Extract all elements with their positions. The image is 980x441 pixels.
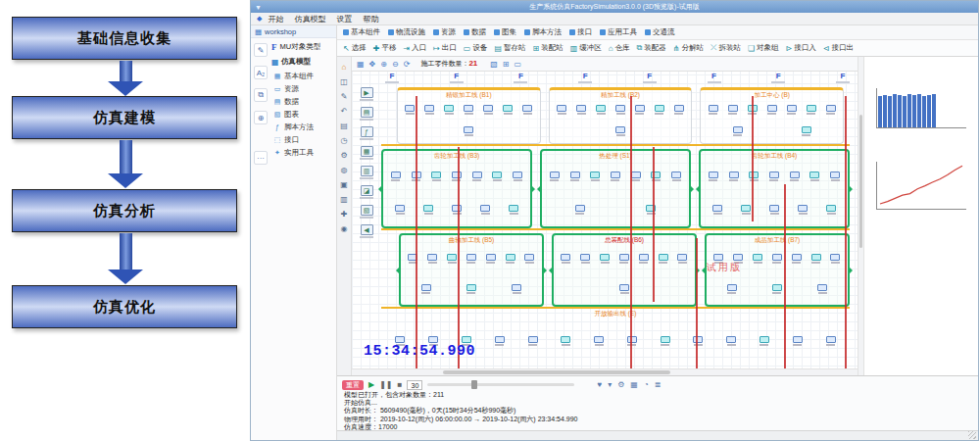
machine-icon[interactable] xyxy=(451,172,463,181)
machine-icon[interactable] xyxy=(728,172,740,181)
ruler-icon[interactable]: ▭ xyxy=(514,60,522,69)
flow-marker[interactable]: F xyxy=(578,73,592,85)
machine-icon[interactable] xyxy=(816,284,828,294)
machine-icon[interactable] xyxy=(708,172,719,181)
machine-icon[interactable] xyxy=(726,284,738,294)
ribbon-tab[interactable]: 图集 xyxy=(494,27,516,37)
reset-button[interactable]: 重置 xyxy=(342,380,364,390)
toolbar-tool[interactable]: ▤ 暂存站 xyxy=(494,43,525,53)
machine-icon[interactable] xyxy=(759,336,770,346)
model-section-b4[interactable]: 齿轮加工线 (B4) xyxy=(699,149,850,228)
toolbar-tool[interactable]: ⊳ 接口入 xyxy=(786,43,816,53)
ribbon-tab[interactable]: 脚本方法 xyxy=(524,27,562,37)
source-icon[interactable]: ▶ xyxy=(354,87,379,101)
machine-icon[interactable] xyxy=(446,254,458,264)
gear-icon[interactable]: ⚙ xyxy=(340,151,347,160)
scrollbar-thumb[interactable] xyxy=(443,370,670,374)
home-icon[interactable]: ⌂ xyxy=(342,63,347,72)
machine-icon[interactable] xyxy=(748,172,760,181)
scrollbar-thumb[interactable] xyxy=(859,115,862,249)
font-icon[interactable]: A₂ xyxy=(254,66,268,79)
machine-icon[interactable] xyxy=(523,254,535,264)
machine-icon[interactable] xyxy=(825,205,837,215)
gear-icon[interactable]: ⚙ xyxy=(617,380,624,389)
machine-icon[interactable] xyxy=(825,336,837,346)
machine-icon[interactable] xyxy=(614,126,626,136)
machine-icon[interactable] xyxy=(618,284,630,294)
variable-icon[interactable]: ◪ xyxy=(354,185,379,199)
model-section-b5[interactable]: 曲轴加工线 (B5) xyxy=(399,233,544,307)
machine-icon[interactable] xyxy=(479,205,491,215)
flow-marker[interactable]: F xyxy=(771,73,785,85)
machine-icon[interactable] xyxy=(593,336,605,346)
heart-icon[interactable]: ♥ xyxy=(597,380,602,389)
machine-icon[interactable] xyxy=(491,172,503,181)
machine-icon[interactable] xyxy=(634,105,646,115)
machine-icon[interactable] xyxy=(463,126,474,136)
toolbar-tool[interactable]: ▥ 缓冲区 xyxy=(570,43,602,53)
machine-icon[interactable] xyxy=(789,172,801,181)
machine-icon[interactable] xyxy=(676,254,688,264)
line-chart[interactable] xyxy=(876,162,966,210)
machine-icon[interactable] xyxy=(786,105,798,115)
toolbar-tool[interactable]: ⧉ 装配器 xyxy=(637,43,666,53)
clock-icon[interactable]: ◷ xyxy=(341,136,348,145)
machine-icon[interactable] xyxy=(466,284,477,294)
machine-icon[interactable] xyxy=(626,336,638,346)
edit-icon[interactable]: ✎ xyxy=(341,92,348,101)
clock-icon[interactable]: ◔ xyxy=(644,380,649,389)
machine-icon[interactable] xyxy=(797,205,808,215)
machine-icon[interactable] xyxy=(420,284,432,294)
ribbon-tab[interactable]: 接口 xyxy=(569,27,592,37)
machine-icon[interactable] xyxy=(654,105,665,115)
machine-icon[interactable] xyxy=(771,254,783,264)
machine-icon[interactable] xyxy=(771,284,783,294)
machine-icon[interactable] xyxy=(645,205,657,215)
ribbon-tab[interactable]: 资源 xyxy=(433,27,456,37)
tree-item[interactable]: ▭ 资源 xyxy=(271,82,334,95)
scrollbar-vertical[interactable] xyxy=(858,57,864,375)
toolbar-tool[interactable]: ⋔ 分解站 xyxy=(673,43,704,53)
model-canvas[interactable]: ▦✥⊕⊖⟳ 施工零件数量：21 ▧⊞▭ F F xyxy=(352,57,858,375)
machine-icon[interactable] xyxy=(560,336,571,346)
speed-input[interactable]: 30 xyxy=(407,380,422,390)
flow-marker[interactable]: F xyxy=(708,73,721,85)
pause-button[interactable]: ❚❚ xyxy=(379,380,392,389)
tree-item[interactable]: ▤ 数据 xyxy=(271,95,334,108)
machine-icon[interactable] xyxy=(512,172,523,181)
machine-icon[interactable] xyxy=(711,205,723,215)
toolbar-tool[interactable]: ↦ 出口 xyxy=(433,43,457,53)
ribbon-tab[interactable]: 基本组件 xyxy=(343,27,380,37)
flow-marker[interactable]: F xyxy=(643,73,657,85)
tree-item[interactable]: ✦ 实用工具 xyxy=(271,146,334,159)
machine-icon[interactable] xyxy=(599,254,611,264)
machine-icon[interactable] xyxy=(589,172,601,181)
model-section-b6[interactable]: 总装配线 (B6) xyxy=(552,233,697,307)
machine-icon[interactable] xyxy=(660,336,671,346)
machine-icon[interactable] xyxy=(752,254,763,264)
machine-icon[interactable] xyxy=(792,336,804,346)
flow-marker[interactable]: F xyxy=(385,73,399,85)
menu-item[interactable]: 仿真模型 xyxy=(294,14,325,24)
zoom-out-icon[interactable]: ⊖ xyxy=(392,60,399,69)
toolbar-tool[interactable]: ❏ 对象组 xyxy=(748,43,779,53)
tree-root[interactable]: ▦ 仿真模型 xyxy=(271,57,334,67)
machine-icon[interactable] xyxy=(575,105,587,115)
machine-icon[interactable] xyxy=(808,172,820,181)
stop-button[interactable]: ■ xyxy=(398,380,403,389)
toolbar-tool[interactable]: ✚ 平移 xyxy=(373,43,397,53)
menu-item[interactable]: 设置 xyxy=(336,14,352,24)
drain-icon[interactable]: ◀ xyxy=(354,224,379,238)
workshop-header[interactable]: ▦ workshop xyxy=(251,25,336,38)
play-button[interactable]: ▶ xyxy=(368,380,374,389)
toolbar-tool[interactable]: ⇥ 入口 xyxy=(403,43,426,53)
flow-marker[interactable]: F xyxy=(836,73,850,85)
connector-icon[interactable]: ⧉ xyxy=(254,88,268,102)
machine-icon[interactable] xyxy=(579,254,591,264)
machine-icon[interactable] xyxy=(692,336,704,346)
toolbar-tool[interactable]: ⌂ 仓库 xyxy=(609,43,630,53)
machine-icon[interactable] xyxy=(463,105,474,115)
list-icon[interactable]: ≣ xyxy=(655,380,662,389)
resize-grip-icon[interactable] xyxy=(968,431,976,439)
tree-item[interactable]: ƒ 脚本方法 xyxy=(271,121,334,133)
